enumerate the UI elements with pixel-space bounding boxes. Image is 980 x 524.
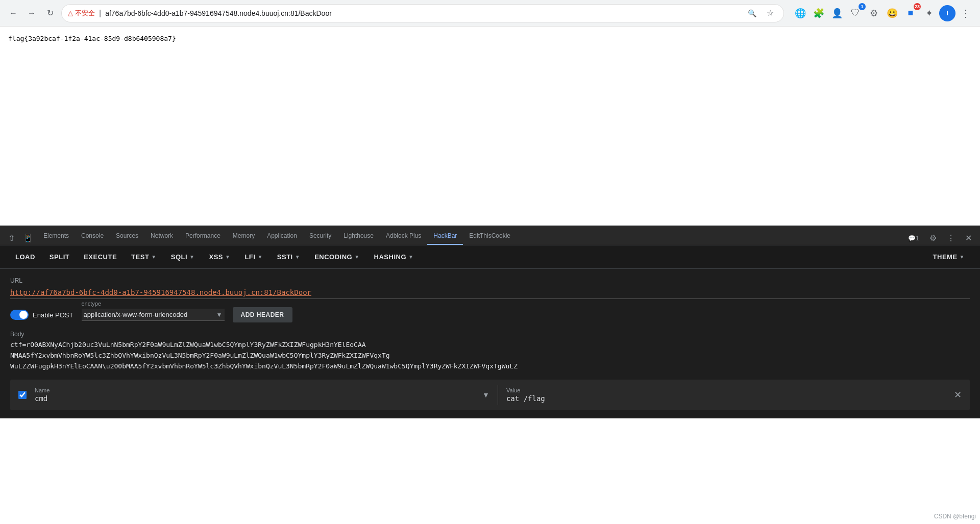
- ext-puzzle-button[interactable]: 🧩: [811, 5, 827, 21]
- devtools-device-button[interactable]: 📱: [19, 231, 37, 245]
- name-value-divider: [498, 385, 498, 405]
- reload-button[interactable]: ↻: [43, 6, 57, 20]
- ssti-dropdown-arrow: ▼: [295, 254, 300, 260]
- ssti-button[interactable]: SSTI ▼: [270, 250, 307, 264]
- hashing-button[interactable]: HASHING ▼: [367, 250, 421, 264]
- sqli-button[interactable]: SQLI ▼: [164, 250, 202, 264]
- name-dropdown-arrow[interactable]: ▼: [482, 391, 489, 399]
- close-devtools-button[interactable]: ✕: [961, 231, 976, 245]
- blue-badge: 23: [914, 3, 921, 10]
- sqli-dropdown-arrow: ▼: [189, 254, 194, 260]
- theme-dropdown-arrow: ▼: [960, 254, 965, 260]
- value-field-label: Value: [506, 387, 946, 393]
- address-bar: △ 不安全 | af76a7bd-6bfc-4dd0-a1b7-94591694…: [61, 4, 784, 22]
- back-button[interactable]: ←: [6, 6, 20, 20]
- test-button[interactable]: TEST ▼: [124, 250, 164, 264]
- ext-star-button[interactable]: ✦: [921, 5, 937, 21]
- enctype-container: enctype application/x-www-form-urlencode…: [82, 309, 225, 321]
- tab-security[interactable]: Security: [303, 228, 337, 245]
- name-value-row: Name cmd ▼ Value cat /flag ✕: [10, 380, 970, 410]
- name-field-group: Name cmd: [35, 387, 474, 403]
- lfi-dropdown-arrow: ▼: [257, 254, 262, 260]
- devtools-panel: ⇧ 📱 Elements Console Sources Network Per…: [0, 226, 980, 418]
- tab-console[interactable]: Console: [75, 228, 110, 245]
- ext-avatar-button[interactable]: I: [939, 5, 955, 21]
- menu-button[interactable]: ⋮: [958, 5, 974, 21]
- devtools-actions: 💬 1 ⚙ ⋮ ✕: [904, 231, 976, 245]
- post-section: Enable POST enctype application/x-www-fo…: [10, 307, 970, 322]
- tab-adblock[interactable]: Adblock Plus: [380, 228, 427, 245]
- url-label: URL: [10, 277, 970, 284]
- tab-network[interactable]: Network: [144, 228, 179, 245]
- devtools-tabs-bar: ⇧ 📱 Elements Console Sources Network Per…: [0, 226, 980, 245]
- body-value: ctf=rO0ABXNyAChjb20uc3VuLnN5bmRpY2F0aW9u…: [10, 340, 970, 371]
- enctype-label: enctype: [82, 301, 102, 307]
- name-field-label: Name: [35, 387, 474, 393]
- lfi-button[interactable]: LFI ▼: [237, 250, 270, 264]
- settings-button[interactable]: ⚙: [925, 231, 941, 245]
- bookmark-button[interactable]: ☆: [763, 6, 777, 20]
- encoding-dropdown-arrow: ▼: [354, 254, 359, 260]
- shield-badge: 1: [859, 3, 866, 10]
- flag-text: flag{3a92bcaf-1f2a-41ac-85d9-d8b6405908a…: [8, 35, 176, 42]
- body-line1: ctf=rO0ABXNyAChjb20uc3VuLnN5bmRpY2F0aW9u…: [10, 340, 970, 351]
- name-value-checkbox[interactable]: [18, 391, 27, 399]
- toggle-container: Enable POST: [10, 310, 74, 320]
- encoding-button[interactable]: ENCODING ▼: [307, 250, 366, 264]
- page-content: flag{3a92bcaf-1f2a-41ac-85d9-d8b6405908a…: [0, 27, 980, 226]
- execute-button[interactable]: EXECUTE: [77, 250, 124, 264]
- extension-icons: 🌐 🧩 👤 🛡 1 ⚙ 😀 ■ 23 ✦ I ⋮: [792, 5, 974, 21]
- body-line3: WuLZZWFugpkH3nYElEoCAAN\u200bMAA5fY2xvbm…: [10, 361, 970, 372]
- hackbar-content: URL Enable POST enctype application/x-ww…: [0, 269, 980, 418]
- body-label: Body: [10, 331, 970, 338]
- devtools-inspect-button[interactable]: ⇧: [4, 231, 19, 245]
- ext-smiley-button[interactable]: 😀: [884, 5, 900, 21]
- name-field-value: cmd: [35, 394, 474, 403]
- csdn-badge: CSDN @bfengi: [934, 513, 976, 520]
- tab-editthiscookie[interactable]: EditThisCookie: [463, 228, 517, 245]
- tab-application[interactable]: Application: [261, 228, 303, 245]
- lens-icon-button[interactable]: 🔍: [745, 6, 759, 20]
- ext-globe-button[interactable]: 🌐: [792, 5, 808, 21]
- ext-settings-button[interactable]: ⚙: [866, 5, 882, 21]
- ext-user-button[interactable]: 👤: [829, 5, 845, 21]
- tab-sources[interactable]: Sources: [110, 228, 144, 245]
- value-field-value: cat /flag: [506, 394, 946, 403]
- enable-post-label: Enable POST: [33, 311, 74, 319]
- browser-chrome: ← → ↻ △ 不安全 | af76a7bd-6bfc-4dd0-a1b7-94…: [0, 0, 980, 27]
- value-field-group: Value cat /flag: [506, 387, 946, 403]
- warning-icon: △: [68, 9, 73, 17]
- xss-button[interactable]: XSS ▼: [202, 250, 237, 264]
- more-options-button[interactable]: ⋮: [943, 231, 959, 245]
- hashing-dropdown-arrow: ▼: [408, 254, 413, 260]
- tab-performance[interactable]: Performance: [179, 228, 227, 245]
- load-button[interactable]: LOAD: [8, 250, 42, 264]
- split-button[interactable]: SPLIT: [42, 250, 77, 264]
- body-line2: NMAA5fY2xvbmVhbnRoYW5lc3ZhbQVhYWxibnQzVu…: [10, 351, 970, 361]
- tab-elements[interactable]: Elements: [37, 228, 75, 245]
- url-text[interactable]: af76a7bd-6bfc-4dd0-a1b7-945916947548.nod…: [105, 9, 741, 17]
- enable-post-toggle[interactable]: [10, 310, 29, 320]
- add-header-button[interactable]: ADD HEADER: [233, 307, 292, 322]
- theme-button[interactable]: THEME ▼: [926, 250, 972, 264]
- tab-memory[interactable]: Memory: [227, 228, 261, 245]
- tab-hackbar[interactable]: HackBar: [427, 228, 463, 245]
- name-value-close-button[interactable]: ✕: [954, 389, 962, 401]
- url-section: URL: [10, 277, 970, 299]
- body-section: Body ctf=rO0ABXNyAChjb20uc3VuLnN5bmRpY2F…: [10, 331, 970, 371]
- security-warning: △ 不安全: [68, 9, 95, 18]
- test-dropdown-arrow: ▼: [151, 254, 156, 260]
- hackbar-toolbar: LOAD SPLIT EXECUTE TEST ▼ SQLI ▼ XSS ▼ L…: [0, 245, 980, 269]
- tab-lighthouse[interactable]: Lighthouse: [337, 228, 380, 245]
- comments-button[interactable]: 💬 1: [904, 233, 923, 244]
- enctype-select[interactable]: application/x-www-form-urlencoded multip…: [82, 309, 225, 321]
- xss-dropdown-arrow: ▼: [225, 254, 230, 260]
- url-input[interactable]: [10, 286, 970, 299]
- security-text: 不安全: [75, 9, 95, 18]
- forward-button[interactable]: →: [24, 6, 39, 20]
